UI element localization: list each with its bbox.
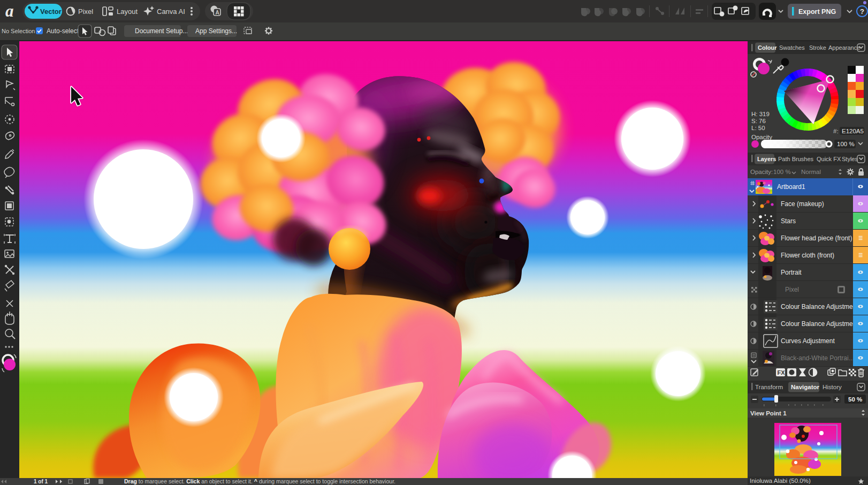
svg-text:Quick FX: Quick FX (817, 156, 841, 162)
svg-text:FX: FX (778, 369, 786, 376)
svg-text:S: 76: S: 76 (751, 118, 766, 124)
svg-text:Flower head piece (front): Flower head piece (front) (781, 234, 852, 242)
svg-text:No Selection: No Selection (2, 28, 35, 34)
svg-text:A: A (216, 10, 219, 16)
svg-text:Pixel: Pixel (78, 7, 93, 16)
svg-text:Black-and-White Portrai...: Black-and-White Portrai... (781, 354, 854, 362)
svg-text:Document Setup...: Document Setup... (135, 27, 188, 35)
svg-text:Artboard1: Artboard1 (777, 183, 805, 191)
svg-text:Colour Balance Adjustmen: Colour Balance Adjustmen (781, 303, 856, 310)
svg-text:Flower cloth (front): Flower cloth (front) (781, 252, 834, 259)
svg-text:Styles: Styles (842, 156, 858, 162)
svg-text:Canva AI: Canva AI (157, 7, 185, 16)
svg-text:Transform: Transform (755, 384, 783, 390)
svg-text:L: 50: L: 50 (751, 125, 765, 131)
svg-text:Appearance: Appearance (828, 44, 860, 51)
svg-text:Normal: Normal (801, 169, 821, 175)
svg-text:Colour Balance Adjustmen: Colour Balance Adjustmen (781, 320, 856, 328)
svg-text:Export PNG: Export PNG (798, 8, 836, 16)
svg-text:100 %: 100 % (837, 141, 855, 147)
svg-text:Opacity: Opacity (751, 134, 772, 140)
svg-text:Stars: Stars (781, 217, 796, 225)
svg-text:100 %: 100 % (773, 169, 791, 175)
svg-text:?: ? (860, 7, 864, 16)
svg-text:Navigator: Navigator (791, 384, 820, 390)
svg-text:Colour: Colour (758, 44, 777, 51)
svg-text:Swatches: Swatches (779, 44, 805, 51)
svg-text:Opacity:: Opacity: (750, 169, 773, 175)
svg-text:Curves Adjustment: Curves Adjustment (781, 337, 835, 345)
svg-text:Face (makeup): Face (makeup) (781, 200, 824, 208)
svg-text:Path Brushes: Path Brushes (778, 156, 814, 162)
svg-text:a: a (5, 2, 14, 20)
svg-text:View Point 1: View Point 1 (750, 410, 787, 416)
svg-text:Inioluwa Alabi (50.0%): Inioluwa Alabi (50.0%) (750, 478, 811, 484)
svg-text:App Settings...: App Settings... (195, 27, 237, 35)
svg-text:Layers: Layers (757, 156, 776, 162)
svg-text:Layout: Layout (117, 7, 138, 16)
svg-text:Vector: Vector (40, 7, 62, 16)
svg-text:Stroke: Stroke (809, 44, 826, 51)
svg-text:50 %: 50 % (848, 396, 862, 403)
svg-text:Auto-select:: Auto-select: (47, 27, 80, 35)
svg-text:History: History (823, 384, 842, 390)
svg-text:E120A5: E120A5 (842, 128, 864, 134)
svg-text:H: 319: H: 319 (751, 111, 770, 117)
svg-text:#:: #: (833, 128, 839, 134)
svg-text:Pixel: Pixel (785, 286, 799, 293)
svg-text:Drag to marquee select. Click: Drag to marquee select. Click an object … (124, 478, 395, 484)
svg-text:1 of 1: 1 of 1 (34, 479, 48, 484)
svg-text:Portrait: Portrait (781, 269, 802, 276)
